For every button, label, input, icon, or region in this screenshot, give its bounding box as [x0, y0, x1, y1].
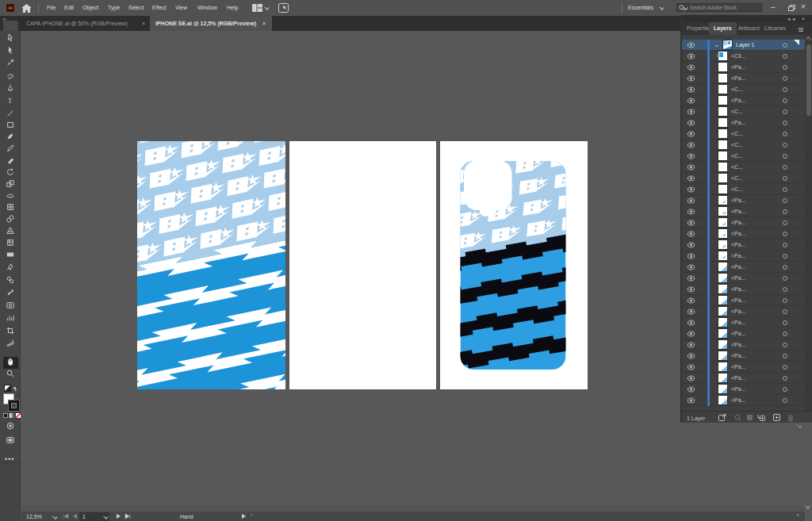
- svg-text:T: T: [8, 97, 13, 105]
